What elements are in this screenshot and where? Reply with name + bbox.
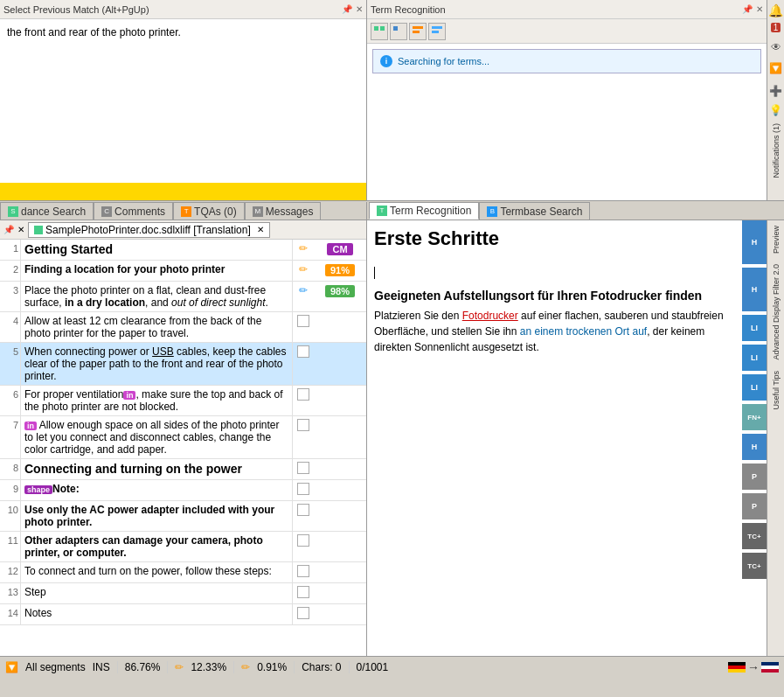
seg-text: in Allow enough space on all sides of th…: [24, 419, 280, 456]
left-top-content: the front and rear of the photo printer.: [0, 19, 366, 60]
color-bar-tc2: TC+: [742, 553, 767, 579]
term-btn-1[interactable]: [371, 23, 388, 40]
tab-concordance-search[interactable]: S dance Search: [0, 202, 94, 220]
seg-status: [314, 386, 366, 415]
status-badge-98: 98%: [325, 285, 355, 297]
svg-rect-3: [413, 26, 423, 29]
seg-source[interactable]: Connecting and turning on the power: [21, 459, 293, 479]
status-divider2: [167, 661, 168, 673]
seg-source[interactable]: Notes: [21, 604, 293, 624]
cursor: [374, 267, 375, 279]
seg-source[interactable]: Allow at least 12 cm clearance from the …: [21, 312, 293, 342]
color-bar-li1: LI: [742, 315, 767, 341]
file-tab-icon: [34, 226, 43, 234]
close-icon[interactable]: ✕: [356, 4, 363, 14]
tab-term-recognition[interactable]: T Term Recognition: [369, 202, 479, 220]
editor-close-icon[interactable]: ✕: [17, 225, 24, 234]
tab-comments[interactable]: C Comments: [94, 202, 173, 220]
seg-checkbox-10[interactable]: [297, 504, 309, 516]
tab-label-comments: Comments: [114, 206, 165, 218]
seg-icons: [293, 312, 314, 342]
seg-checkbox-9[interactable]: [297, 483, 309, 495]
tab-tqas[interactable]: T TQAs (0): [173, 202, 245, 220]
term-btn-3[interactable]: [409, 23, 427, 40]
seg-text: Step: [24, 586, 46, 598]
seg-source[interactable]: shapeNote:: [21, 480, 293, 500]
color-bar-h1: H: [742, 220, 767, 264]
lightbulb-icon[interactable]: 💡: [769, 104, 782, 116]
seg-source[interactable]: Place the photo printer on a flat, clean…: [21, 282, 293, 311]
seg-source[interactable]: in Allow enough space on all sides of th…: [21, 416, 293, 458]
right-row-1: Erste Schritte: [374, 227, 735, 255]
seg-checkbox-6[interactable]: [297, 388, 309, 401]
seg-source[interactable]: To connect and turn on the power, follow…: [21, 562, 293, 582]
table-row: 1 Getting Started ✏ CM: [0, 240, 366, 261]
seg-checkbox-13[interactable]: [297, 586, 309, 598]
status-counter: 0/1001: [357, 661, 389, 673]
seg-checkbox-8[interactable]: [297, 462, 309, 474]
seg-source[interactable]: Finding a location for your photo printe…: [21, 261, 293, 281]
color-bar-h3: H: [742, 434, 767, 460]
seg-number: 6: [0, 386, 21, 415]
table-row: 13 Step: [0, 583, 366, 604]
notifications-icon[interactable]: 🔔: [768, 3, 783, 17]
seg-checkbox-14[interactable]: [297, 607, 309, 619]
seg-text: Note:: [52, 483, 80, 495]
seg-text: Connecting and turning on the power: [24, 462, 242, 476]
sidebar-notifications-label[interactable]: Notifications (1): [772, 123, 781, 178]
seg-source[interactable]: Getting Started: [21, 240, 293, 260]
eye-icon[interactable]: 👁: [771, 41, 781, 53]
seg-checkbox-12[interactable]: [297, 565, 309, 577]
segments-table[interactable]: 1 Getting Started ✏ CM 2 Finding a locat…: [0, 240, 366, 656]
seg-source[interactable]: Step: [21, 583, 293, 603]
right-panel-inner: Erste Schritte Geeigneten Aufstellungsor…: [367, 220, 767, 656]
seg-icons: [293, 501, 314, 531]
preview-sidebar-tab[interactable]: Preview: [770, 220, 782, 259]
term-close-icon[interactable]: ✕: [756, 4, 763, 14]
term-btn-2[interactable]: [390, 23, 407, 40]
advanced-filter-tab[interactable]: Advanced Display Filter 2.0: [770, 259, 782, 366]
tab-termbase-search[interactable]: B Termbase Search: [479, 202, 590, 220]
seg-status: 91%: [314, 261, 366, 281]
svg-rect-1: [380, 26, 385, 31]
plus-icon-sidebar[interactable]: ➕: [769, 85, 782, 97]
editor-file-tab[interactable]: SamplePhotoPrinter.doc.sdlxliff [Transla…: [28, 222, 270, 238]
seg-status: [314, 416, 366, 458]
seg-source[interactable]: For proper ventilationin, make sure the …: [21, 386, 293, 415]
status-chars: Chars: 0: [302, 661, 341, 673]
seg-icons: [293, 583, 314, 603]
term-pin-icon[interactable]: 📌: [742, 4, 753, 14]
seg-checkbox-5[interactable]: [297, 345, 309, 358]
right-content[interactable]: Erste Schritte Geeigneten Aufstellungsor…: [367, 220, 742, 656]
right-row-cursor[interactable]: [374, 262, 735, 283]
seg-source[interactable]: Other adapters can damage your camera, p…: [21, 532, 293, 561]
seg-checkbox-7[interactable]: [297, 419, 309, 431]
status-badge: CM: [327, 243, 352, 255]
notification-count: 1: [771, 23, 781, 32]
editor-pin-icon[interactable]: 📌: [3, 225, 14, 234]
svg-rect-2: [393, 26, 398, 31]
seg-number: 9: [0, 480, 21, 500]
seg-source[interactable]: Use only the AC power adapter included w…: [21, 501, 293, 531]
status-bar: 🔽 All segments INS 86.76% ✏ 12.33% ✏ 0.9…: [0, 656, 784, 678]
seg-status: [314, 343, 366, 385]
translation-subheading: Geeigneten Aufstellungsort für Ihren Fot…: [374, 289, 735, 303]
filter-icon-sidebar[interactable]: 🔽: [769, 62, 782, 74]
main-right-sidebar: Preview Advanced Display Filter 2.0 Usef…: [767, 220, 784, 656]
useful-tips-tab[interactable]: Useful Tips: [770, 366, 782, 415]
flag-arrow: →: [747, 660, 760, 674]
status-flags: →: [728, 660, 779, 674]
tab-bar-area: S dance Search C Comments T TQAs (0) M M…: [0, 201, 784, 220]
pencil-icon: ✏: [299, 242, 308, 254]
seg-status: [314, 562, 366, 582]
file-tab-close[interactable]: ✕: [257, 225, 264, 234]
seg-checkbox[interactable]: [297, 315, 309, 327]
seg-number: 1: [0, 240, 21, 260]
seg-icons: [293, 416, 314, 458]
tab-messages[interactable]: M Messages: [245, 202, 322, 220]
color-bar-tc1: TC+: [742, 523, 767, 549]
pin-icon[interactable]: 📌: [342, 4, 352, 14]
seg-source[interactable]: When connecting power or USB cables, kee…: [21, 343, 293, 385]
seg-checkbox-11[interactable]: [297, 534, 309, 547]
term-btn-4[interactable]: [428, 23, 446, 40]
